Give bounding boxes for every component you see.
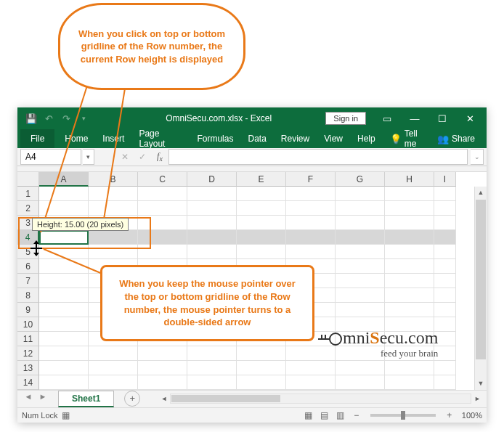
row-header[interactable]: 2	[17, 201, 39, 216]
vertical-scrollbar[interactable]: ▲ ▼	[474, 187, 487, 390]
row-height-tooltip: Height: 15.00 (20 pixels)	[32, 218, 129, 231]
fx-icon[interactable]: fx	[151, 151, 168, 163]
sheet-tab-bar: ◄ ► Sheet1 + ◄ ►	[17, 390, 487, 407]
col-header[interactable]: G	[336, 172, 385, 187]
scroll-right-icon[interactable]: ►	[471, 395, 484, 402]
row-header[interactable]: 10	[17, 317, 39, 332]
status-bar: Num Lock ▦ ▦ ▤ ▥ − + 100%	[17, 407, 487, 423]
ribbon-options-icon[interactable]: ▭	[373, 107, 401, 129]
ribbon-tabs: File Home Insert Page Layout Formulas Da…	[17, 129, 487, 148]
callout-bottom: When you keep the mouse pointer over the…	[100, 265, 314, 341]
select-all-corner[interactable]	[17, 172, 39, 187]
svg-marker-6	[33, 253, 39, 256]
tab-view[interactable]: View	[317, 129, 350, 148]
col-header[interactable]: A	[39, 172, 89, 187]
col-header[interactable]: F	[286, 172, 336, 187]
row-header[interactable]: 6	[17, 259, 39, 274]
row-header[interactable]: 14	[17, 375, 39, 390]
tab-home[interactable]: Home	[57, 129, 95, 148]
zoom-in-icon[interactable]: +	[442, 410, 458, 420]
col-header[interactable]: I	[434, 172, 456, 187]
close-icon[interactable]: ✕	[456, 107, 484, 129]
sheet-tab[interactable]: Sheet1	[58, 391, 114, 407]
resize-cursor-icon	[28, 240, 45, 256]
row-header[interactable]: 13	[17, 361, 39, 375]
view-pagebreak-icon[interactable]: ▥	[333, 410, 349, 420]
share-icon: 👥	[437, 134, 449, 144]
col-header[interactable]: D	[187, 172, 237, 187]
sheet-nav-next-icon[interactable]: ►	[36, 392, 49, 405]
share-button[interactable]: 👥Share	[430, 129, 482, 148]
svg-rect-8	[318, 338, 330, 340]
qat-dropdown-icon[interactable]: ▾	[77, 112, 90, 125]
save-icon[interactable]: 💾	[25, 112, 38, 125]
row-header[interactable]: 7	[17, 274, 39, 288]
scroll-thumb[interactable]	[476, 200, 486, 359]
zoom-slider[interactable]	[370, 414, 436, 417]
namebox-dropdown-icon[interactable]: ▾	[83, 149, 94, 165]
add-sheet-icon[interactable]: +	[124, 391, 140, 407]
svg-point-7	[330, 333, 341, 345]
svg-rect-10	[325, 335, 326, 339]
tab-formulas[interactable]: Formulas	[190, 129, 240, 148]
numlock-label: Num Lock	[22, 411, 58, 420]
svg-rect-9	[321, 335, 322, 339]
zoom-out-icon[interactable]: −	[349, 410, 365, 420]
callout-top-text: When you click on top or bottom gridline…	[75, 28, 229, 66]
scroll-left-icon[interactable]: ◄	[158, 395, 170, 402]
signin-button[interactable]: Sign in	[325, 112, 366, 125]
view-pagelayout-icon[interactable]: ▤	[317, 410, 333, 420]
horizontal-scrollbar[interactable]: ◄ ►	[158, 394, 484, 404]
titlebar: 💾 ↶ ↷ ▾ OmniSecu.com.xlsx - Excel Sign i…	[17, 107, 487, 129]
row-header[interactable]: 12	[17, 346, 39, 361]
bulb-icon: 💡	[390, 134, 402, 144]
window-title: OmniSecu.com.xlsx - Excel	[90, 113, 325, 123]
row-header[interactable]: 11	[17, 332, 39, 346]
confirm-formula-icon[interactable]: ✓	[134, 152, 151, 162]
omnisecu-logo: mniSecu.com feed your brain	[318, 328, 438, 359]
callout-bottom-text: When you keep the mouse pointer over the…	[113, 277, 302, 328]
col-header[interactable]: B	[89, 172, 138, 187]
macro-record-icon[interactable]: ▦	[58, 410, 74, 420]
row-header[interactable]: 8	[17, 288, 39, 303]
scroll-up-icon[interactable]: ▲	[475, 187, 487, 199]
sheet-nav-prev-icon[interactable]: ◄	[22, 392, 35, 405]
col-header[interactable]: H	[385, 172, 434, 187]
undo-icon[interactable]: ↶	[42, 112, 55, 125]
column-headers: A B C D E F G H I	[17, 172, 487, 187]
view-normal-icon[interactable]: ▦	[301, 410, 317, 420]
name-box[interactable]: A4	[20, 149, 81, 165]
cancel-formula-icon[interactable]: ✕	[116, 152, 134, 162]
formula-bar[interactable]	[168, 149, 468, 165]
tab-help[interactable]: Help	[350, 129, 383, 148]
scroll-down-icon[interactable]: ▼	[475, 378, 487, 390]
row-header[interactable]: 1	[17, 187, 39, 201]
minimize-icon[interactable]: —	[401, 107, 428, 129]
col-header[interactable]: E	[237, 172, 286, 187]
tab-review[interactable]: Review	[274, 129, 317, 148]
formula-bar-row: A4 ▾ ✕ ✓ fx ⌄	[17, 148, 487, 166]
col-header[interactable]: C	[138, 172, 187, 187]
redo-icon[interactable]: ↷	[60, 112, 73, 125]
tellme-button[interactable]: 💡Tell me	[383, 129, 427, 148]
svg-marker-5	[33, 240, 39, 244]
maximize-icon[interactable]: ☐	[428, 107, 456, 129]
tab-pagelayout[interactable]: Page Layout	[131, 129, 190, 148]
tab-file[interactable]: File	[20, 129, 54, 148]
callout-top: When you click on top or bottom gridline…	[58, 3, 245, 90]
zoom-level[interactable]: 100%	[462, 411, 482, 420]
row-header[interactable]: 9	[17, 303, 39, 317]
tab-insert[interactable]: Insert	[95, 129, 131, 148]
formula-bar-expand-icon[interactable]: ⌄	[471, 149, 484, 165]
tab-data[interactable]: Data	[240, 129, 273, 148]
hscroll-thumb[interactable]	[171, 395, 280, 402]
